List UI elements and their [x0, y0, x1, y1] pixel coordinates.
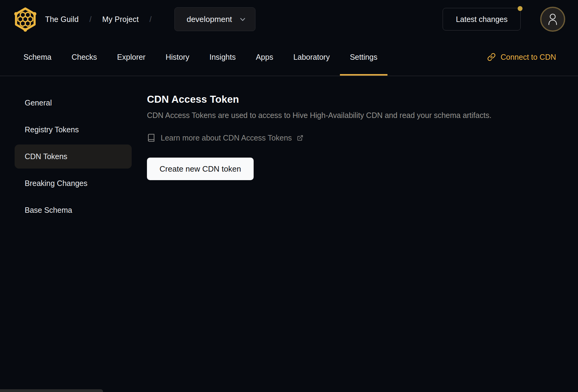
tab-laboratory[interactable]: Laboratory — [283, 38, 340, 76]
target-select[interactable]: development — [174, 7, 255, 31]
breadcrumb-separator: / — [89, 15, 91, 24]
connect-to-cdn-link[interactable]: Connect to CDN — [487, 38, 556, 76]
tabbar-spacer — [387, 38, 487, 76]
create-cdn-token-button[interactable]: Create new CDN token — [147, 158, 254, 180]
tab-schema[interactable]: Schema — [13, 38, 62, 76]
tab-apps[interactable]: Apps — [246, 38, 283, 76]
external-link-icon — [297, 135, 303, 141]
sidebar-item-cdn-tokens[interactable]: CDN Tokens — [15, 144, 132, 169]
tab-bar: Schema Checks Explorer History Insights … — [0, 38, 578, 76]
bottom-partial-element — [0, 389, 103, 392]
hive-logo[interactable] — [13, 6, 37, 32]
breadcrumb-project[interactable]: My Project — [102, 15, 139, 24]
target-select-value: development — [187, 15, 232, 24]
notification-dot — [518, 6, 523, 11]
hive-logo-icon — [13, 6, 37, 32]
main-panel: CDN Access Token CDN Access Tokens are u… — [132, 76, 578, 392]
breadcrumb: The Guild / My Project / development — [45, 7, 255, 31]
sidebar-item-general[interactable]: General — [15, 91, 132, 115]
sidebar-item-base-schema[interactable]: Base Schema — [15, 198, 132, 222]
tab-insights[interactable]: Insights — [199, 38, 246, 76]
latest-changes-button[interactable]: Latest changes — [443, 8, 521, 30]
avatar-button[interactable] — [540, 7, 565, 32]
sidebar-item-registry-tokens[interactable]: Registry Tokens — [15, 118, 132, 142]
latest-changes-label: Latest changes — [456, 15, 508, 24]
connect-to-cdn-label: Connect to CDN — [501, 53, 556, 62]
sidebar-item-breaking-changes[interactable]: Breaking Changes — [15, 171, 132, 195]
breadcrumb-separator: / — [149, 15, 152, 24]
page-title: CDN Access Token — [147, 93, 560, 106]
learn-more-link[interactable]: Learn more about CDN Access Tokens — [147, 133, 303, 142]
header: The Guild / My Project / development Lat… — [0, 0, 578, 38]
content: General Registry Tokens CDN Tokens Break… — [0, 76, 578, 392]
chevron-down-icon — [239, 15, 247, 23]
link-icon — [487, 53, 496, 61]
user-icon — [547, 13, 558, 25]
tab-settings[interactable]: Settings — [340, 38, 387, 76]
app: { "header": { "breadcrumb": { "org": "Th… — [0, 0, 578, 392]
settings-sidebar: General Registry Tokens CDN Tokens Break… — [0, 76, 132, 392]
book-icon — [147, 133, 155, 142]
learn-more-label: Learn more about CDN Access Tokens — [161, 134, 292, 142]
tab-explorer[interactable]: Explorer — [107, 38, 155, 76]
page-description: CDN Access Tokens are used to access to … — [147, 110, 560, 120]
tab-checks[interactable]: Checks — [62, 38, 107, 76]
tab-history[interactable]: History — [155, 38, 199, 76]
breadcrumb-org[interactable]: The Guild — [45, 15, 79, 24]
